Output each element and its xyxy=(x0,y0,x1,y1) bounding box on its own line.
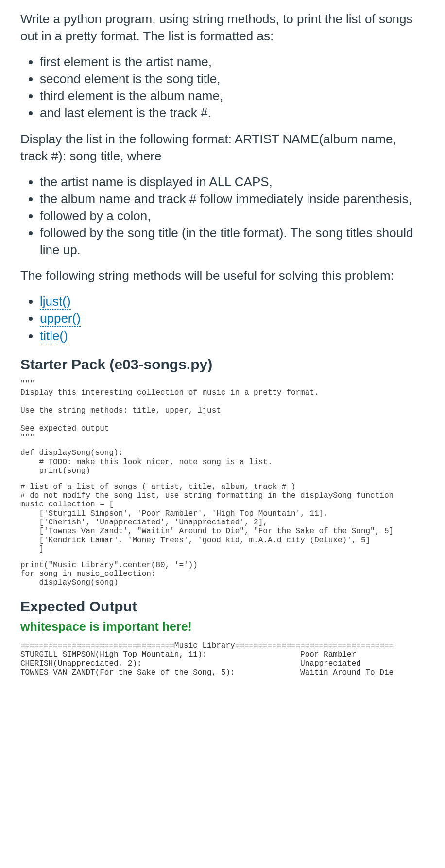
expected-output-heading: Expected Output xyxy=(20,598,427,615)
expected-output-block: =================================Music L… xyxy=(20,642,427,677)
list-item: ljust() xyxy=(40,293,427,310)
display-intro-paragraph: Display the list in the following format… xyxy=(20,131,427,165)
list-item: second element is the song title, xyxy=(40,70,427,87)
list-item: title() xyxy=(40,328,427,345)
list-item: first element is the artist name, xyxy=(40,53,427,70)
title-link[interactable]: title() xyxy=(40,329,68,344)
list-item: the artist name is displayed in ALL CAPS… xyxy=(40,174,427,191)
list-item: the album name and track # follow immedi… xyxy=(40,191,427,208)
methods-list: ljust() upper() title() xyxy=(20,293,427,344)
code-block-data: # list of a list of songs ( artist, titl… xyxy=(20,483,427,554)
display-rules-list: the artist name is displayed in ALL CAPS… xyxy=(20,174,427,259)
code-block-docstring: """ Display this interesting collection … xyxy=(20,380,427,442)
list-item: and last element is the track #. xyxy=(40,104,427,122)
intro-paragraph: Write a python program, using string met… xyxy=(20,11,427,45)
starter-pack-heading: Starter Pack (e03-songs.py) xyxy=(20,356,427,373)
list-item: third element is the album name, xyxy=(40,87,427,104)
list-item: followed by a colon, xyxy=(40,208,427,225)
code-block-function: def displaySong(song): # TODO: make this… xyxy=(20,449,427,475)
list-item: upper() xyxy=(40,310,427,327)
ljust-link[interactable]: ljust() xyxy=(40,294,71,310)
upper-link[interactable]: upper() xyxy=(40,311,81,327)
code-block-main: print("Music Library".center(80, '=')) f… xyxy=(20,561,427,588)
list-item: followed by the song title (in the title… xyxy=(40,225,427,259)
methods-intro-paragraph: The following string methods will be use… xyxy=(20,267,427,284)
document-page: Write a python program, using string met… xyxy=(0,0,445,682)
format-list: first element is the artist name, second… xyxy=(20,53,427,122)
whitespace-note: whitespace is important here! xyxy=(20,620,427,634)
